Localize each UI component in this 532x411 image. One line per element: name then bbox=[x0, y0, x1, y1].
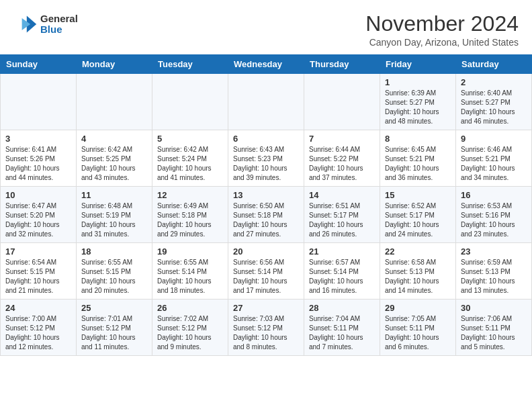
day-cell: 26Sunrise: 7:02 AM Sunset: 5:12 PM Dayli… bbox=[152, 300, 228, 356]
day-number: 9 bbox=[461, 134, 527, 144]
day-number: 8 bbox=[385, 134, 451, 144]
week-row-4: 24Sunrise: 7:00 AM Sunset: 5:12 PM Dayli… bbox=[1, 300, 532, 356]
day-cell: 16Sunrise: 6:53 AM Sunset: 5:16 PM Dayli… bbox=[456, 187, 532, 243]
week-row-1: 3Sunrise: 6:41 AM Sunset: 5:26 PM Daylig… bbox=[1, 130, 532, 187]
day-number: 5 bbox=[157, 134, 223, 144]
day-info: Sunrise: 6:56 AM Sunset: 5:14 PM Dayligh… bbox=[233, 258, 299, 295]
day-cell: 14Sunrise: 6:51 AM Sunset: 5:17 PM Dayli… bbox=[304, 187, 380, 243]
day-cell: 30Sunrise: 7:06 AM Sunset: 5:11 PM Dayli… bbox=[456, 300, 532, 356]
day-cell bbox=[304, 74, 380, 130]
day-number: 28 bbox=[309, 303, 375, 313]
weekday-header-saturday: Saturday bbox=[456, 55, 532, 74]
weekday-header-row: SundayMondayTuesdayWednesdayThursdayFrid… bbox=[1, 55, 532, 74]
calendar: SundayMondayTuesdayWednesdayThursdayFrid… bbox=[0, 54, 532, 356]
day-number: 3 bbox=[5, 134, 71, 144]
day-number: 30 bbox=[461, 303, 527, 313]
day-info: Sunrise: 6:58 AM Sunset: 5:13 PM Dayligh… bbox=[385, 258, 451, 295]
day-info: Sunrise: 7:01 AM Sunset: 5:12 PM Dayligh… bbox=[81, 314, 147, 352]
day-number: 1 bbox=[385, 77, 451, 87]
day-cell: 4Sunrise: 6:42 AM Sunset: 5:25 PM Daylig… bbox=[77, 130, 152, 187]
day-info: Sunrise: 6:45 AM Sunset: 5:21 PM Dayligh… bbox=[385, 145, 451, 183]
day-cell: 12Sunrise: 6:49 AM Sunset: 5:18 PM Dayli… bbox=[152, 187, 228, 243]
week-row-0: 1Sunrise: 6:39 AM Sunset: 5:27 PM Daylig… bbox=[1, 74, 532, 130]
day-cell: 6Sunrise: 6:43 AM Sunset: 5:23 PM Daylig… bbox=[228, 130, 304, 187]
day-cell: 9Sunrise: 6:46 AM Sunset: 5:21 PM Daylig… bbox=[456, 130, 532, 187]
day-info: Sunrise: 7:00 AM Sunset: 5:12 PM Dayligh… bbox=[5, 314, 71, 352]
day-cell bbox=[228, 74, 304, 130]
day-info: Sunrise: 7:03 AM Sunset: 5:12 PM Dayligh… bbox=[233, 314, 299, 352]
logo: General Blue bbox=[13, 12, 78, 36]
day-number: 20 bbox=[233, 246, 299, 257]
day-number: 25 bbox=[81, 303, 147, 313]
day-number: 24 bbox=[5, 303, 71, 313]
day-number: 26 bbox=[157, 303, 223, 313]
day-cell: 23Sunrise: 6:59 AM Sunset: 5:13 PM Dayli… bbox=[456, 243, 532, 300]
logo-line2: Blue bbox=[40, 24, 78, 36]
day-cell: 20Sunrise: 6:56 AM Sunset: 5:14 PM Dayli… bbox=[228, 243, 304, 300]
day-info: Sunrise: 6:50 AM Sunset: 5:18 PM Dayligh… bbox=[233, 201, 299, 239]
day-number: 27 bbox=[233, 303, 299, 313]
day-info: Sunrise: 6:47 AM Sunset: 5:20 PM Dayligh… bbox=[5, 201, 71, 239]
day-info: Sunrise: 6:39 AM Sunset: 5:27 PM Dayligh… bbox=[385, 89, 451, 126]
day-number: 21 bbox=[309, 246, 375, 257]
day-info: Sunrise: 6:42 AM Sunset: 5:25 PM Dayligh… bbox=[81, 145, 147, 183]
day-number: 16 bbox=[461, 190, 527, 200]
day-cell bbox=[77, 74, 152, 130]
day-cell bbox=[1, 74, 77, 130]
day-cell: 1Sunrise: 6:39 AM Sunset: 5:27 PM Daylig… bbox=[380, 74, 456, 130]
weekday-header-thursday: Thursday bbox=[304, 55, 380, 74]
day-info: Sunrise: 6:55 AM Sunset: 5:14 PM Dayligh… bbox=[157, 258, 223, 295]
day-number: 18 bbox=[81, 246, 147, 257]
day-info: Sunrise: 6:57 AM Sunset: 5:14 PM Dayligh… bbox=[309, 258, 375, 295]
day-number: 23 bbox=[461, 246, 527, 257]
day-info: Sunrise: 7:05 AM Sunset: 5:11 PM Dayligh… bbox=[385, 314, 451, 352]
week-row-2: 10Sunrise: 6:47 AM Sunset: 5:20 PM Dayli… bbox=[1, 187, 532, 243]
day-info: Sunrise: 6:51 AM Sunset: 5:17 PM Dayligh… bbox=[309, 201, 375, 239]
day-cell: 11Sunrise: 6:48 AM Sunset: 5:19 PM Dayli… bbox=[77, 187, 152, 243]
day-number: 2 bbox=[461, 77, 527, 87]
logo-text: General Blue bbox=[40, 13, 78, 36]
day-number: 17 bbox=[5, 246, 71, 257]
day-number: 12 bbox=[157, 190, 223, 200]
weekday-header-tuesday: Tuesday bbox=[152, 55, 228, 74]
day-cell: 19Sunrise: 6:55 AM Sunset: 5:14 PM Dayli… bbox=[152, 243, 228, 300]
day-number: 11 bbox=[81, 190, 147, 200]
day-cell: 5Sunrise: 6:42 AM Sunset: 5:24 PM Daylig… bbox=[152, 130, 228, 187]
day-cell: 27Sunrise: 7:03 AM Sunset: 5:12 PM Dayli… bbox=[228, 300, 304, 356]
day-number: 4 bbox=[81, 134, 147, 144]
weekday-header-wednesday: Wednesday bbox=[228, 55, 304, 74]
day-info: Sunrise: 6:43 AM Sunset: 5:23 PM Dayligh… bbox=[233, 145, 299, 183]
day-number: 15 bbox=[385, 190, 451, 200]
day-info: Sunrise: 6:40 AM Sunset: 5:27 PM Dayligh… bbox=[461, 89, 527, 126]
weekday-header-sunday: Sunday bbox=[1, 55, 77, 74]
weekday-header-monday: Monday bbox=[77, 55, 152, 74]
day-cell bbox=[152, 74, 228, 130]
day-cell: 7Sunrise: 6:44 AM Sunset: 5:22 PM Daylig… bbox=[304, 130, 380, 187]
page: General Blue November 2024 Canyon Day, A… bbox=[0, 0, 532, 356]
day-cell: 8Sunrise: 6:45 AM Sunset: 5:21 PM Daylig… bbox=[380, 130, 456, 187]
logo-line1: General bbox=[40, 13, 78, 25]
day-info: Sunrise: 6:48 AM Sunset: 5:19 PM Dayligh… bbox=[81, 201, 147, 239]
day-cell: 21Sunrise: 6:57 AM Sunset: 5:14 PM Dayli… bbox=[304, 243, 380, 300]
day-info: Sunrise: 6:52 AM Sunset: 5:17 PM Dayligh… bbox=[385, 201, 451, 239]
day-cell: 24Sunrise: 7:00 AM Sunset: 5:12 PM Dayli… bbox=[1, 300, 77, 356]
day-info: Sunrise: 6:44 AM Sunset: 5:22 PM Dayligh… bbox=[309, 145, 375, 183]
day-cell: 25Sunrise: 7:01 AM Sunset: 5:12 PM Dayli… bbox=[77, 300, 152, 356]
day-number: 29 bbox=[385, 303, 451, 313]
day-info: Sunrise: 7:02 AM Sunset: 5:12 PM Dayligh… bbox=[157, 314, 223, 352]
day-info: Sunrise: 7:04 AM Sunset: 5:11 PM Dayligh… bbox=[309, 314, 375, 352]
day-number: 6 bbox=[233, 134, 299, 144]
logo-icon bbox=[13, 12, 38, 36]
day-cell: 22Sunrise: 6:58 AM Sunset: 5:13 PM Dayli… bbox=[380, 243, 456, 300]
day-info: Sunrise: 6:54 AM Sunset: 5:15 PM Dayligh… bbox=[5, 258, 71, 295]
day-cell: 2Sunrise: 6:40 AM Sunset: 5:27 PM Daylig… bbox=[456, 74, 532, 130]
day-info: Sunrise: 6:41 AM Sunset: 5:26 PM Dayligh… bbox=[5, 145, 71, 183]
day-number: 7 bbox=[309, 134, 375, 144]
day-info: Sunrise: 6:53 AM Sunset: 5:16 PM Dayligh… bbox=[461, 201, 527, 239]
title-area: November 2024 Canyon Day, Arizona, Unite… bbox=[365, 12, 519, 48]
day-info: Sunrise: 7:06 AM Sunset: 5:11 PM Dayligh… bbox=[461, 314, 527, 352]
month-title: November 2024 bbox=[365, 12, 519, 36]
day-cell: 28Sunrise: 7:04 AM Sunset: 5:11 PM Dayli… bbox=[304, 300, 380, 356]
day-cell: 10Sunrise: 6:47 AM Sunset: 5:20 PM Dayli… bbox=[1, 187, 77, 243]
day-info: Sunrise: 6:59 AM Sunset: 5:13 PM Dayligh… bbox=[461, 258, 527, 295]
